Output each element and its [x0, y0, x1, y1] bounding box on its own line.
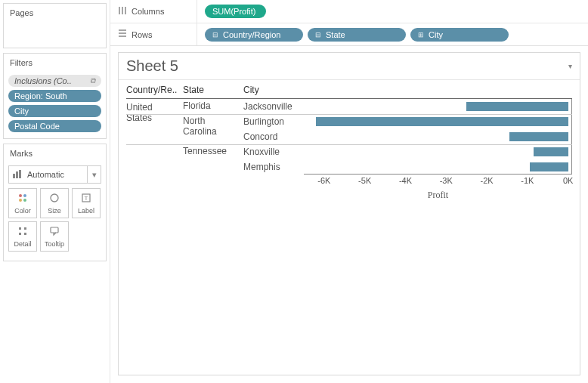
svg-point-6: [23, 199, 26, 202]
x-tick: -2K: [480, 176, 493, 185]
header-country[interactable]: Country/Re..: [126, 85, 183, 95]
pages-title: Pages: [4, 4, 106, 22]
filters-title: Filters: [4, 54, 106, 72]
marks-type-dropdown[interactable]: Automatic ▾: [8, 165, 101, 184]
bar[interactable]: [466, 102, 568, 111]
svg-point-7: [51, 194, 58, 202]
x-axis-label: Profit: [428, 190, 448, 201]
x-tick: -6K: [317, 176, 330, 185]
x-tick: -5K: [358, 176, 371, 185]
svg-rect-10: [19, 227, 21, 230]
svg-rect-13: [24, 233, 26, 235]
svg-rect-2: [19, 170, 21, 178]
city-label[interactable]: Burlington: [243, 114, 304, 129]
country-label[interactable]: United: [126, 102, 183, 113]
color-icon: [17, 193, 28, 205]
rows-icon: [118, 29, 127, 40]
detail-icon: [17, 226, 28, 239]
state-label[interactable]: Tennessee: [183, 144, 243, 175]
x-tick: 0K: [563, 176, 573, 185]
pages-shelf[interactable]: Pages: [3, 3, 107, 48]
hierarchy-icon: ⊞: [418, 31, 424, 39]
mark-detail-button[interactable]: Detail: [8, 221, 37, 252]
city-label[interactable]: Memphis: [243, 159, 304, 175]
sheet-title[interactable]: Sheet 5: [126, 57, 178, 75]
filter-pill-3[interactable]: Postal Code: [8, 120, 101, 132]
svg-rect-12: [19, 233, 21, 235]
bar-icon: [9, 170, 26, 180]
mark-label-button[interactable]: TLabel: [72, 188, 101, 218]
header-state[interactable]: State: [183, 85, 243, 95]
state-label[interactable]: NorthCarolina: [183, 114, 243, 144]
tooltip-icon: [49, 226, 60, 239]
columns-icon: [118, 6, 127, 17]
label-icon: T: [81, 193, 91, 205]
filter-pill-2[interactable]: City: [8, 105, 101, 117]
city-label[interactable]: Concord: [243, 129, 304, 144]
rows-shelf[interactable]: Rows ⊟Country/Region⊟State⊞City: [110, 23, 588, 45]
x-tick: -4K: [399, 176, 412, 185]
marks-type-label: Automatic: [26, 170, 87, 179]
state-label[interactable]: Florida: [183, 99, 243, 114]
rows-label: Rows: [132, 30, 153, 39]
bar[interactable]: [509, 132, 568, 141]
svg-rect-1: [16, 171, 18, 178]
header-city[interactable]: City: [243, 85, 304, 95]
linked-icon: ⧉: [90, 76, 95, 85]
filter-pill-0[interactable]: Inclusions (Co..⧉: [8, 75, 101, 87]
rows-pills-pill-0[interactable]: ⊟Country/Region: [205, 28, 303, 42]
x-tick: -3K: [440, 176, 453, 185]
rows-pills-pill-2[interactable]: ⊞City: [410, 28, 509, 42]
svg-rect-14: [51, 227, 58, 233]
columns-shelf[interactable]: Columns SUM(Profit): [110, 0, 588, 23]
city-label[interactable]: Jacksonville: [243, 99, 304, 114]
bar[interactable]: [530, 162, 568, 171]
marks-card: Marks Automatic ▾ ColorSizeTLabelDetailT…: [3, 144, 107, 261]
columns-pills-pill-0[interactable]: SUM(Profit): [205, 5, 266, 18]
svg-point-5: [19, 199, 22, 202]
filter-pill-1[interactable]: Region: South: [8, 90, 101, 102]
bar[interactable]: [316, 117, 568, 126]
chevron-down-icon[interactable]: ▾: [87, 166, 101, 183]
mark-color-button[interactable]: Color: [8, 188, 37, 218]
svg-rect-0: [13, 174, 15, 178]
columns-label: Columns: [132, 7, 164, 16]
size-icon: [49, 193, 60, 205]
x-tick: -1K: [521, 176, 534, 185]
hierarchy-icon: ⊟: [212, 31, 218, 39]
sheet-menu-icon[interactable]: ▾: [568, 62, 572, 70]
viz-container: Sheet 5 ▾ Country/Re.. State City United…: [118, 52, 580, 375]
bar[interactable]: [534, 147, 568, 156]
rows-pills-pill-1[interactable]: ⊟State: [308, 28, 406, 42]
svg-rect-11: [24, 227, 26, 230]
city-label[interactable]: Knoxville: [243, 144, 304, 159]
mark-size-button[interactable]: Size: [40, 188, 69, 218]
svg-point-4: [23, 194, 26, 197]
svg-point-3: [19, 194, 22, 197]
hierarchy-icon: ⊟: [315, 31, 321, 39]
svg-text:T: T: [85, 195, 88, 202]
filters-card: Filters Inclusions (Co..⧉Region: SouthCi…: [3, 53, 107, 139]
mark-tooltip-button[interactable]: Tooltip: [40, 221, 69, 252]
marks-title: Marks: [4, 144, 106, 162]
